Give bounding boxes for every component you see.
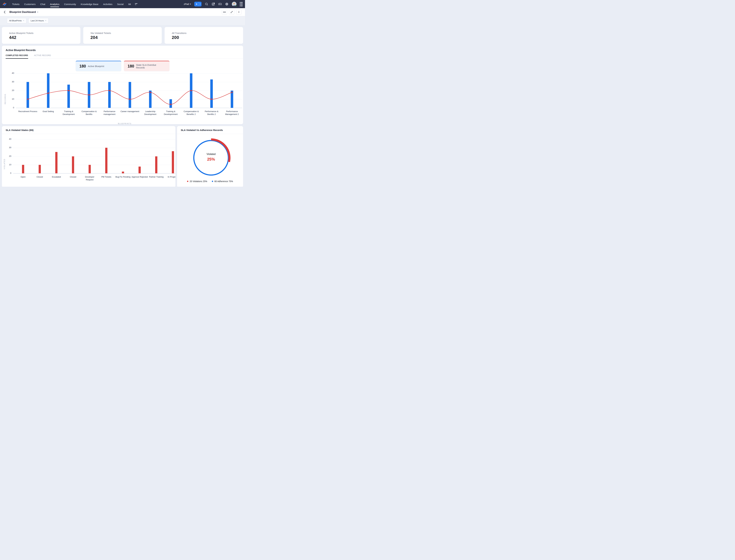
blueprint-filter-dropdown[interactable]: All BluePrints — [7, 18, 26, 23]
kpi-row: Active Blueprint Tickets 442 Sla Violate… — [2, 27, 243, 44]
records-tabs: COMPLETED RECORD ACTIVE RECORD — [2, 54, 243, 59]
add-options-caret[interactable] — [199, 2, 201, 6]
violated-adherence-donut-chart[interactable]: Violated25% — [181, 134, 239, 180]
summary-chips: 180 Active Blueprint 180 State SLA Overd… — [2, 61, 243, 71]
info-button[interactable]: i — [236, 9, 241, 15]
kpi-label: Sla Violated Tickets — [90, 32, 154, 34]
y-tick-label: 30 — [5, 146, 11, 149]
bar-in-progress[interactable] — [172, 151, 174, 173]
y-tick-label: 40 — [5, 138, 11, 140]
sla-violated-states-chart[interactable]: 010203040OpenClosedEscalatedClosedDevelo… — [5, 139, 175, 182]
x-category-label: Training & Development — [58, 110, 79, 116]
sla-overdue-chip: 180 State SLA Overdue Records — [124, 61, 169, 71]
donut-legend: 20 Violations 25% 60 Adherence 75% — [177, 180, 243, 183]
workspace-selector[interactable]: zPad — [184, 3, 191, 5]
bar-approve-rejected[interactable] — [138, 167, 141, 173]
caret-down-icon — [45, 20, 46, 21]
chip-value: 180 — [79, 64, 86, 68]
nav-item-customers[interactable]: Customers — [24, 0, 36, 8]
chip-label: State SLA Overdue Records — [136, 64, 165, 69]
bar-escalated[interactable] — [55, 152, 57, 173]
primary-nav: Tickets Customers Chat Analytics Communi… — [12, 0, 131, 8]
x-category-label: Performance management — [99, 110, 120, 116]
y-axis-title-violated: VIOLATED — [3, 139, 5, 187]
report-notes-icon[interactable] — [211, 2, 215, 6]
collapse-button[interactable] — [229, 9, 234, 15]
caret-down-icon — [23, 20, 24, 21]
x-category-label: Escalated — [48, 176, 65, 178]
blueprint-records-chart[interactable]: 010203040Recruitment ProcessGoal Setting… — [7, 73, 242, 117]
legend-item-violations: 20 Violations 25% — [187, 180, 207, 183]
filter-bar: All BluePrints Last 24 Hours — [0, 16, 245, 25]
x-category-label: Goal Setting — [38, 110, 58, 113]
back-button[interactable] — [4, 11, 7, 14]
x-category-label: Leadership Development — [140, 110, 160, 116]
x-category-label: PM Tickets — [98, 176, 115, 178]
kpi-value: 442 — [9, 35, 73, 40]
svg-text:25%: 25% — [207, 157, 215, 161]
x-category-label: Performance & Benifits 2 — [201, 110, 222, 116]
apps-grid-icon[interactable] — [240, 2, 242, 6]
x-category-label: Career management — [120, 110, 140, 113]
app-logo-icon[interactable] — [2, 2, 7, 6]
kpi-card-all-transitions: All Transitions 200 — [165, 27, 243, 44]
x-category-label: Bug Fix Pending — [115, 176, 131, 178]
kpi-label: Active Blueprint Tickets — [9, 32, 73, 34]
games-gamepad-icon[interactable] — [218, 2, 222, 6]
bar-open[interactable] — [22, 165, 24, 173]
add-split-button[interactable]: + — [194, 2, 201, 6]
bar-pm-tickets[interactable] — [105, 148, 107, 173]
x-category-label: Compensation & Benifits — [79, 110, 99, 116]
card-title: SLA Violated States (89) — [2, 126, 175, 134]
x-category-label: Closed — [31, 176, 48, 178]
add-button[interactable]: + — [194, 2, 199, 6]
caret-down-icon — [37, 12, 38, 13]
bar-bug-fix-pending[interactable] — [122, 172, 124, 173]
chip-value: 180 — [128, 64, 134, 68]
active-blueprint-records-card: Active Blueprint Records COMPLETED RECOR… — [2, 46, 243, 124]
x-category-label: Compensation & Benefits 2 — [181, 110, 201, 116]
trend-line — [7, 73, 242, 108]
nav-item-knowledge-base[interactable]: Knowledge Base — [81, 0, 98, 8]
x-category-label: Recruitment Process — [18, 110, 38, 113]
nav-item-im[interactable]: IM — [128, 0, 131, 8]
bar-closed[interactable] — [72, 156, 74, 173]
x-category-label: Performance Management 2 — [222, 110, 242, 116]
x-category-label: Partner Training — [148, 176, 165, 178]
blue-dot-icon — [212, 181, 213, 182]
bar-developer-request[interactable] — [89, 165, 91, 173]
tab-active-record[interactable]: ACTIVE RECORD — [34, 54, 51, 59]
x-axis-title-blueprints: BLUEPRINTS — [7, 123, 242, 124]
time-range-filter-dropdown[interactable]: Last 24 Hours — [28, 18, 49, 23]
nav-item-activities[interactable]: Activities — [103, 0, 112, 8]
more-options-button[interactable] — [222, 9, 227, 15]
kpi-card-sla-violated-tickets: Sla Violated Tickets 204 — [83, 27, 162, 44]
bar-partner-training[interactable] — [155, 156, 157, 173]
x-category-label: Closed — [65, 176, 81, 178]
nav-item-social[interactable]: Social — [117, 0, 124, 8]
active-blueprint-chip: 180 Active Blueprint — [76, 61, 121, 71]
x-category-label: Training & Developmment — [160, 110, 181, 116]
bar-closed[interactable] — [39, 165, 41, 173]
x-category-label: Approve Rejected — [131, 176, 148, 178]
nav-more-menu-icon[interactable] — [135, 3, 137, 5]
nav-item-tickets[interactable]: Tickets — [12, 0, 19, 8]
online-presence-dot — [235, 5, 237, 7]
search-icon[interactable] — [205, 2, 208, 6]
settings-gear-icon[interactable] — [225, 2, 228, 6]
top-nav: Tickets Customers Chat Analytics Communi… — [0, 0, 245, 8]
nav-item-community[interactable]: Community — [64, 0, 76, 8]
kpi-label: All Transitions — [172, 32, 236, 34]
nav-item-chat[interactable]: Chat — [40, 0, 45, 8]
page-title[interactable]: Blueprint Dashboard — [9, 11, 38, 14]
nav-divider — [9, 2, 9, 6]
user-avatar[interactable] — [232, 2, 236, 6]
page-header: Blueprint Dashboard i — [0, 8, 245, 16]
x-category-label: Open — [15, 176, 31, 178]
nav-item-analytics[interactable]: Analytics — [50, 0, 59, 8]
kpi-value: 204 — [90, 35, 154, 40]
caret-down-icon — [190, 4, 191, 5]
y-axis-title-records: RECORDS — [3, 73, 7, 124]
x-category-label: Developer Request — [81, 176, 98, 181]
tab-completed-record[interactable]: COMPLETED RECORD — [6, 54, 28, 59]
